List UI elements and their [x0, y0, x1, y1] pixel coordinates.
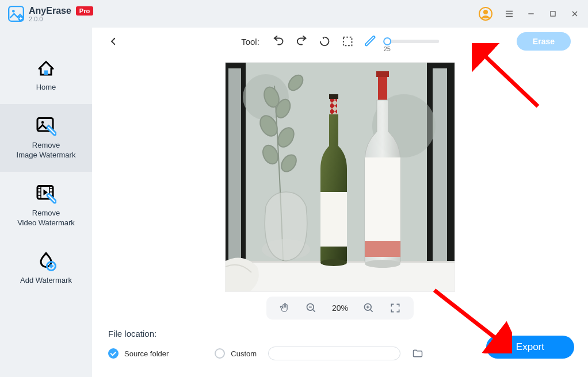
menu-icon[interactable]	[504, 9, 514, 19]
zoom-bar: 20%	[266, 297, 414, 320]
canvas-area: 20%	[92, 55, 588, 323]
svg-point-34	[320, 259, 347, 266]
svg-rect-31	[330, 97, 337, 114]
radio-source-folder[interactable]	[108, 348, 119, 359]
svg-rect-33	[320, 192, 347, 247]
svg-rect-37	[365, 157, 400, 241]
radio-custom[interactable]	[215, 348, 225, 359]
selection-rect-icon[interactable]	[341, 35, 354, 48]
svg-rect-36	[376, 71, 389, 77]
svg-point-39	[365, 260, 400, 268]
sidebar-item-label: Add Watermark	[20, 276, 72, 286]
zoom-level: 20%	[332, 303, 348, 313]
source-folder-label: Source folder	[124, 349, 169, 358]
svg-rect-6	[44, 71, 48, 75]
svg-rect-11	[343, 37, 352, 46]
svg-point-8	[41, 121, 44, 124]
brush-icon[interactable]	[364, 35, 377, 48]
account-icon[interactable]	[479, 7, 492, 21]
hand-pan-icon[interactable]	[279, 302, 291, 314]
editor-toolbar: Tool: 25	[92, 28, 588, 55]
sidebar-item-label: Home	[36, 83, 56, 93]
back-button[interactable]	[106, 34, 121, 49]
image-canvas[interactable]	[225, 62, 455, 292]
custom-label: Custom	[231, 349, 257, 358]
export-button[interactable]: Export	[486, 336, 574, 359]
svg-rect-17	[228, 68, 241, 264]
brush-size-value: 25	[384, 45, 391, 52]
sidebar-item-label: Remove Image Watermark	[17, 141, 76, 160]
pro-badge: Pro	[76, 6, 93, 16]
zoom-out-icon[interactable]	[306, 302, 317, 314]
sidebar-item-home[interactable]: Home	[0, 46, 92, 104]
reset-icon[interactable]	[318, 35, 331, 48]
undo-icon[interactable]	[272, 35, 285, 48]
home-icon	[36, 57, 56, 78]
brush-size-slider[interactable]: 25	[387, 40, 439, 43]
maximize-icon[interactable]	[548, 9, 558, 19]
erase-button[interactable]: Erase	[517, 32, 571, 51]
svg-rect-16	[433, 68, 447, 264]
tool-label: Tool:	[241, 37, 259, 47]
sidebar-item-label: Remove Video Watermark	[17, 209, 75, 228]
svg-rect-38	[365, 241, 400, 257]
browse-folder-icon[interactable]	[412, 348, 423, 359]
add-watermark-icon	[36, 251, 56, 271]
svg-rect-35	[378, 74, 387, 100]
custom-path-input[interactable]	[268, 347, 400, 360]
close-icon[interactable]	[570, 9, 580, 19]
svg-rect-5	[551, 11, 555, 16]
sidebar-item-remove-image-watermark[interactable]: Remove Image Watermark	[0, 104, 92, 172]
video-watermark-icon	[36, 183, 56, 204]
zoom-in-icon[interactable]	[363, 302, 375, 314]
redo-icon[interactable]	[295, 35, 308, 48]
app-version: 2.0.0	[29, 16, 93, 22]
fullscreen-icon[interactable]	[390, 302, 401, 314]
image-watermark-icon	[36, 116, 56, 136]
app-logo	[8, 6, 24, 22]
svg-point-1	[12, 10, 15, 13]
sidebar-item-add-watermark[interactable]: Add Watermark	[0, 239, 92, 297]
export-panel: File location: Source folder Custom Expo…	[92, 323, 588, 377]
sidebar: Home Remove Image Watermark Remove Video…	[0, 28, 92, 377]
svg-rect-32	[329, 94, 338, 99]
sidebar-item-remove-video-watermark[interactable]: Remove Video Watermark	[0, 172, 92, 240]
app-name: AnyErase	[29, 6, 71, 16]
svg-point-4	[483, 10, 488, 14]
minimize-icon[interactable]	[526, 9, 536, 19]
